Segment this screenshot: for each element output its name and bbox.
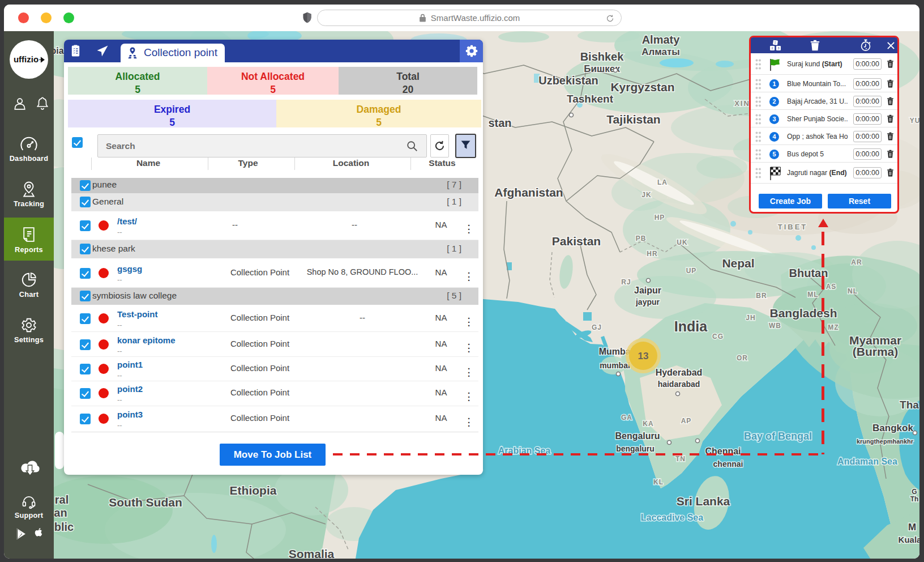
svg-text:Th: Th: [910, 495, 919, 503]
svg-text:JH: JH: [746, 314, 755, 322]
svg-text:GA: GA: [621, 414, 632, 422]
svg-text:Bangladesh: Bangladesh: [769, 306, 837, 320]
svg-text:India: India: [674, 318, 708, 334]
svg-text:Bay of Bengal: Bay of Bengal: [744, 431, 812, 442]
svg-text:Nepal: Nepal: [722, 257, 754, 270]
svg-text:Hyderabad: Hyderabad: [656, 368, 703, 377]
svg-text:Andaman Sea: Andaman Sea: [837, 457, 897, 466]
svg-text:Jaipur: Jaipur: [634, 286, 661, 295]
svg-text:TIBET: TIBET: [778, 223, 808, 231]
svg-text:CG: CG: [712, 333, 724, 340]
svg-text:GJ: GJ: [592, 323, 602, 331]
svg-text:bengaluru: bengaluru: [616, 444, 654, 453]
svg-text:AP: AP: [681, 417, 692, 425]
svg-text:AS: AS: [826, 283, 837, 291]
svg-text:TN: TN: [675, 455, 686, 463]
svg-text:UP: UP: [686, 267, 697, 275]
svg-text:chennai: chennai: [713, 459, 743, 469]
svg-text:LA: LA: [657, 178, 668, 186]
svg-text:NL: NL: [848, 287, 858, 295]
svg-text:Kuala: Kuala: [899, 535, 919, 544]
svg-text:ML: ML: [807, 291, 818, 299]
svg-text:Pakistan: Pakistan: [552, 235, 601, 248]
svg-text:jaypur: jaypur: [635, 297, 660, 306]
svg-text:Bangkok: Bangkok: [872, 423, 913, 433]
svg-text:Bishkek: Bishkek: [580, 50, 624, 63]
svg-text:WB: WB: [769, 322, 781, 330]
svg-text:ral: ral: [55, 493, 69, 506]
svg-text:an: an: [54, 506, 67, 519]
svg-text:Алматы: Алматы: [641, 46, 680, 57]
svg-text:XIN: XIN: [734, 99, 750, 108]
svg-text:BR: BR: [756, 292, 767, 300]
svg-text:3: 3: [777, 46, 779, 50]
svg-text:krungthepmhankhr: krungthepmhankhr: [857, 438, 914, 445]
svg-text:RJ: RJ: [621, 278, 631, 286]
svg-text:haidarabad: haidarabad: [658, 380, 700, 389]
svg-text:mumbai: mumbai: [600, 361, 630, 370]
svg-text:Almaty: Almaty: [642, 33, 681, 46]
svg-text:2: 2: [772, 46, 773, 50]
svg-text:Sri Lanka: Sri Lanka: [677, 495, 730, 508]
svg-text:JK: JK: [641, 191, 651, 199]
svg-text:Tha: Tha: [900, 399, 919, 411]
svg-text:UK: UK: [677, 239, 687, 246]
svg-text:blic: blic: [54, 521, 74, 533]
svg-text:Laccadive Sea: Laccadive Sea: [641, 513, 703, 522]
svg-text:G: G: [912, 488, 917, 496]
svg-text:13: 13: [638, 351, 649, 361]
svg-text:HR: HR: [647, 250, 657, 258]
svg-text:AR: AR: [851, 258, 862, 266]
svg-text:(Burma): (Burma): [853, 345, 899, 358]
svg-text:Bengaluru: Bengaluru: [615, 431, 660, 441]
svg-text:YU: YU: [910, 117, 919, 125]
svg-text:HP: HP: [654, 214, 665, 222]
svg-text:bia: bia: [54, 46, 64, 56]
svg-text:Tashkent: Tashkent: [567, 93, 614, 105]
svg-text:Ethiopia: Ethiopia: [230, 484, 277, 497]
svg-text:Afghanistan: Afghanistan: [494, 186, 563, 199]
svg-text:KL: KL: [653, 478, 664, 486]
svg-text:KA: KA: [643, 420, 653, 428]
svg-text:OR: OR: [737, 354, 748, 362]
svg-text:Uzbekistan: Uzbekistan: [538, 74, 598, 87]
svg-text:PB: PB: [636, 235, 647, 242]
svg-text:Kyrgyzstan: Kyrgyzstan: [610, 80, 674, 93]
svg-text:MZ: MZ: [828, 323, 839, 331]
svg-text:M: M: [908, 522, 916, 533]
svg-text:South Sudan: South Sudan: [109, 496, 182, 509]
svg-text:Tajikistan: Tajikistan: [606, 113, 660, 126]
svg-text:stan: stan: [488, 117, 511, 129]
svg-text:Somalia: Somalia: [289, 547, 335, 559]
